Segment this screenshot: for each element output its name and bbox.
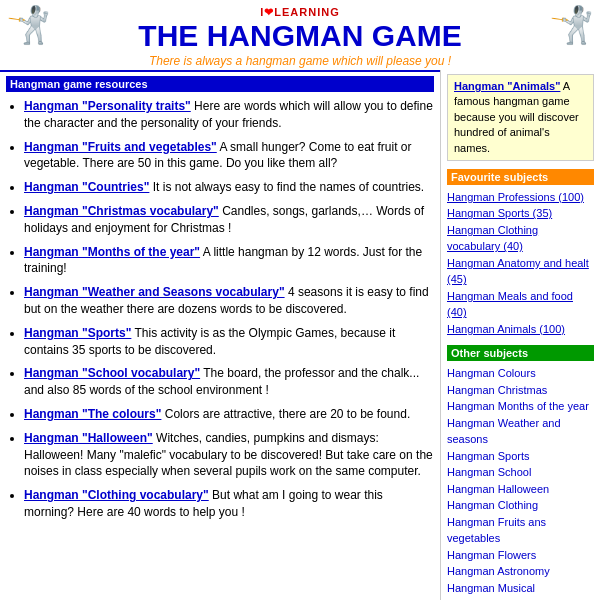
list-item: Hangman "Christmas vocabulary" Candles, … — [24, 203, 434, 237]
desc-countries: It is not always easy to find the names … — [153, 180, 424, 194]
left-column: Hangman game resources Hangman "Personal… — [0, 70, 440, 600]
fav-item[interactable]: Hangman Professions (100) — [447, 189, 594, 206]
favourite-list: Hangman Professions (100) Hangman Sports… — [447, 189, 594, 338]
page-header: 🤺 🤺 I❤LEARNING THE HANGMAN GAME There is… — [0, 0, 600, 70]
resources-header: Hangman game resources — [6, 76, 434, 92]
other-item[interactable]: Hangman Christmas — [447, 382, 594, 399]
link-clothing[interactable]: Hangman "Clothing vocabulary" — [24, 488, 209, 502]
link-fruits[interactable]: Hangman "Fruits and vegetables" — [24, 140, 217, 154]
link-colours[interactable]: Hangman "The colours" — [24, 407, 161, 421]
list-item: Hangman "Personality traits" Here are wo… — [24, 98, 434, 132]
main-layout: Hangman game resources Hangman "Personal… — [0, 70, 600, 600]
list-item: Hangman "Countries" It is not always eas… — [24, 179, 434, 196]
page-title: THE HANGMAN GAME — [0, 19, 600, 52]
list-item: Hangman "Sports" This activity is as the… — [24, 325, 434, 359]
other-subjects-list: Hangman Colours Hangman Christmas Hangma… — [447, 365, 594, 600]
logo-right: 🤺 — [549, 4, 594, 46]
other-item[interactable]: Hangman Clothing — [447, 497, 594, 514]
link-countries[interactable]: Hangman "Countries" — [24, 180, 149, 194]
link-animals-banner[interactable]: Hangman "Animals" — [454, 80, 560, 92]
other-item[interactable]: Hangman Sports — [447, 448, 594, 465]
link-christmas[interactable]: Hangman "Christmas vocabulary" — [24, 204, 219, 218]
page-subtitle: There is always a hangman game which wil… — [0, 54, 600, 68]
list-item: Hangman "The colours" Colors are attract… — [24, 406, 434, 423]
fav-item[interactable]: Hangman Anatomy and healt (45) — [447, 255, 594, 288]
other-subjects-header: Other subjects — [447, 345, 594, 361]
fav-item[interactable]: Hangman Meals and food (40) — [447, 288, 594, 321]
favourite-header: Favourite subjects — [447, 169, 594, 185]
list-item: Hangman "Fruits and vegetables" A small … — [24, 139, 434, 173]
list-item: Hangman "Weather and Seasons vocabulary"… — [24, 284, 434, 318]
desc-colours: Colors are attractive, there are 20 to b… — [165, 407, 410, 421]
other-item[interactable]: Hangman Colours — [447, 365, 594, 382]
list-item: Hangman "School vocabulary" The board, t… — [24, 365, 434, 399]
link-personality[interactable]: Hangman "Personality traits" — [24, 99, 191, 113]
link-sports[interactable]: Hangman "Sports" — [24, 326, 131, 340]
link-months[interactable]: Hangman "Months of the year" — [24, 245, 200, 259]
fav-item[interactable]: Hangman Sports (35) — [447, 205, 594, 222]
resources-list: Hangman "Personality traits" Here are wo… — [6, 98, 434, 521]
fav-item[interactable]: Hangman Clothing vocabulary (40) — [447, 222, 594, 255]
other-item[interactable]: Hangman Fruits ans vegetables — [447, 514, 594, 547]
other-item[interactable]: Hangman Weather and seasons — [447, 415, 594, 448]
other-item[interactable]: Hangman School — [447, 464, 594, 481]
other-item[interactable]: Hangman Halloween — [447, 481, 594, 498]
other-item[interactable]: Hangman Astronomy — [447, 563, 594, 580]
other-item[interactable]: Hangman Months of the year — [447, 398, 594, 415]
logo-left: 🤺 — [6, 4, 51, 46]
list-item: Hangman "Months of the year" A little ha… — [24, 244, 434, 278]
right-column: Hangman "Animals" A famous hangman game … — [440, 70, 600, 600]
fav-item[interactable]: Hangman Animals (100) — [447, 321, 594, 338]
link-halloween[interactable]: Hangman "Halloween" — [24, 431, 153, 445]
list-item: Hangman "Halloween" Witches, candies, pu… — [24, 430, 434, 480]
other-item[interactable]: Hangman Flowers — [447, 547, 594, 564]
animals-banner: Hangman "Animals" A famous hangman game … — [447, 74, 594, 161]
list-item: Hangman "Clothing vocabulary" But what a… — [24, 487, 434, 521]
link-school[interactable]: Hangman "School vocabulary" — [24, 366, 200, 380]
header-top-label: I❤LEARNING — [0, 6, 600, 19]
other-item[interactable]: Hangman Musical instruments — [447, 580, 594, 600]
link-weather[interactable]: Hangman "Weather and Seasons vocabulary" — [24, 285, 285, 299]
